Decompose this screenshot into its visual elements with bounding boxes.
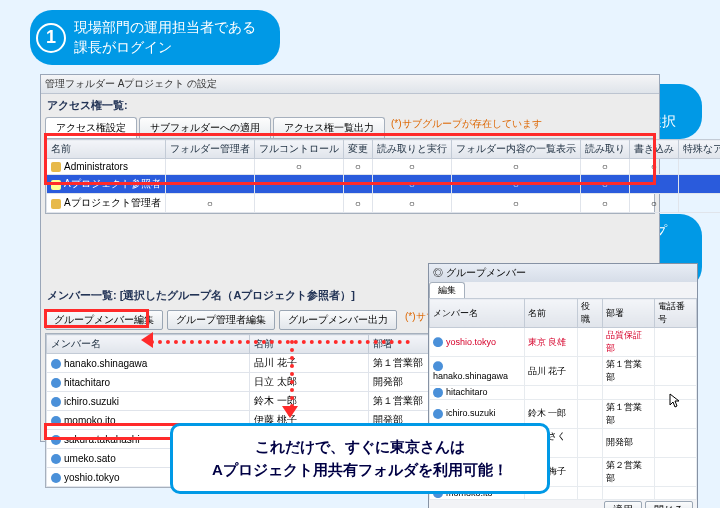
popup-cell: 開発部: [603, 428, 654, 457]
popup-cell: hitachitaro: [430, 386, 525, 400]
popup-close-button[interactable]: 閉じる: [645, 501, 693, 508]
popup-row[interactable]: hitachitaro: [430, 386, 697, 400]
perm-cell: ○: [629, 194, 678, 213]
perm-cell: ○: [343, 159, 372, 175]
popup-cell: [603, 486, 654, 500]
popup-cell: [654, 357, 696, 386]
perm-col[interactable]: フルコントロール: [254, 140, 343, 159]
popup-cell: [654, 428, 696, 457]
member-col[interactable]: メンバー名: [47, 335, 250, 354]
perm-cell: ○: [165, 194, 254, 213]
tab-access-settings[interactable]: アクセス権設定: [45, 117, 137, 138]
popup-col[interactable]: 役職: [578, 299, 603, 328]
popup-cell: 品質保証部: [603, 328, 654, 357]
perm-col[interactable]: 書き込み: [629, 140, 678, 159]
perm-cell: [629, 175, 678, 194]
popup-cell: yoshio.tokyo: [430, 328, 525, 357]
popup-col[interactable]: メンバー名: [430, 299, 525, 328]
perm-col[interactable]: 特殊なアクセス許可: [678, 140, 720, 159]
perm-cell: ○: [580, 194, 629, 213]
summary-box: これだけで、すぐに東京さんは Aプロジェクト用共有フォルダを利用可能！: [170, 423, 550, 494]
tab-subfolder-apply[interactable]: サブフォルダーへの適用: [139, 117, 271, 138]
perm-cell: ○: [580, 159, 629, 175]
tabs-warning: (*)サブグループが存在しています: [387, 117, 542, 138]
edit-admins-button[interactable]: グループ管理者編集: [167, 310, 275, 330]
popup-cell: [524, 386, 578, 400]
member-cell: ichiro.suzuki: [47, 392, 250, 411]
perm-col[interactable]: 変更: [343, 140, 372, 159]
perm-col[interactable]: フォルダー内容の一覧表示: [451, 140, 580, 159]
popup-cell: [578, 457, 603, 486]
popup-title-text: グループメンバー: [446, 267, 526, 278]
perm-cell: ○: [451, 159, 580, 175]
access-list-label: アクセス権一覧:: [41, 94, 659, 117]
popup-row[interactable]: hanako.shinagawa品川 花子第１営業部: [430, 357, 697, 386]
popup-cell: [654, 457, 696, 486]
popup-col[interactable]: 部署: [603, 299, 654, 328]
perm-cell: [254, 175, 343, 194]
perm-cell: [678, 175, 720, 194]
window-title: 管理フォルダー Aプロジェクト の設定: [41, 75, 659, 94]
perm-col[interactable]: 読み取り: [580, 140, 629, 159]
popup-cell: 第２営業部: [603, 457, 654, 486]
perm-col[interactable]: フォルダー管理者: [165, 140, 254, 159]
perm-cell: ○: [451, 175, 580, 194]
popup-tab-edit[interactable]: 編集: [429, 282, 465, 298]
perm-row[interactable]: Aプロジェクト参照者○○○: [47, 175, 721, 194]
popup-cell: hanako.shinagawa: [430, 357, 525, 386]
perm-cell: ○: [580, 175, 629, 194]
popup-cell: 品川 花子: [524, 357, 578, 386]
popup-cell: [578, 328, 603, 357]
popup-col[interactable]: 名前: [524, 299, 578, 328]
member-cell: 品川 花子: [249, 354, 368, 373]
popup-cell: [654, 386, 696, 400]
callout-1: 1 現場部門の運用担当者である 課長がログイン: [30, 10, 280, 65]
perm-col[interactable]: 名前: [47, 140, 166, 159]
export-members-button[interactable]: グループメンバー出力: [279, 310, 397, 330]
tab-access-export[interactable]: アクセス権一覧出力: [273, 117, 385, 138]
permissions-grid[interactable]: 名前フォルダー管理者フルコントロール変更読み取りと実行フォルダー内容の一覧表示読…: [45, 138, 655, 214]
perm-cell: [165, 175, 254, 194]
edit-members-button[interactable]: グループメンバー編集: [45, 310, 163, 330]
popup-cell: 第１営業部: [603, 399, 654, 428]
member-cell: 鈴木 一郎: [249, 392, 368, 411]
perm-cell: ○: [372, 175, 451, 194]
perm-row-name: Aプロジェクト管理者: [47, 194, 166, 213]
perm-col[interactable]: 読み取りと実行: [372, 140, 451, 159]
perm-cell: [343, 175, 372, 194]
popup-cell: [578, 386, 603, 400]
perm-cell: [678, 194, 720, 213]
popup-cell: 東京 良雄: [524, 328, 578, 357]
perm-cell: [165, 159, 254, 175]
popup-cell: [578, 428, 603, 457]
perm-cell: ○: [372, 159, 451, 175]
perm-cell: [678, 159, 720, 175]
access-tabs: アクセス権設定 サブフォルダーへの適用 アクセス権一覧出力 (*)サブグループが…: [41, 117, 659, 138]
popup-cell: [654, 328, 696, 357]
popup-title: ◎ グループメンバー: [429, 264, 697, 282]
perm-row[interactable]: Administrators○○○○○○: [47, 159, 721, 175]
perm-cell: [254, 194, 343, 213]
perm-cell: ○: [343, 194, 372, 213]
popup-col[interactable]: 電話番号: [654, 299, 696, 328]
popup-cell: [578, 399, 603, 428]
popup-cell: [654, 486, 696, 500]
member-cell: hanako.shinagawa: [47, 354, 250, 373]
callout-1-text: 現場部門の運用担当者である 課長がログイン: [74, 18, 262, 57]
popup-cell: [654, 399, 696, 428]
perm-row-name: Aプロジェクト参照者: [47, 175, 166, 194]
perm-cell: ○: [372, 194, 451, 213]
popup-apply-button[interactable]: 適用: [604, 501, 642, 508]
popup-row[interactable]: yoshio.tokyo東京 良雄品質保証部: [430, 328, 697, 357]
perm-cell: ○: [451, 194, 580, 213]
perm-cell: ○: [254, 159, 343, 175]
popup-cell: 第１営業部: [603, 357, 654, 386]
popup-cell: [578, 357, 603, 386]
member-cell: 日立 太郎: [249, 373, 368, 392]
callout-1-num: 1: [36, 23, 66, 53]
perm-row[interactable]: Aプロジェクト管理者○○○○○○: [47, 194, 721, 213]
popup-cell: [603, 386, 654, 400]
member-col[interactable]: 名前: [249, 335, 368, 354]
member-cell: hitachitaro: [47, 373, 250, 392]
perm-cell: ○: [629, 159, 678, 175]
